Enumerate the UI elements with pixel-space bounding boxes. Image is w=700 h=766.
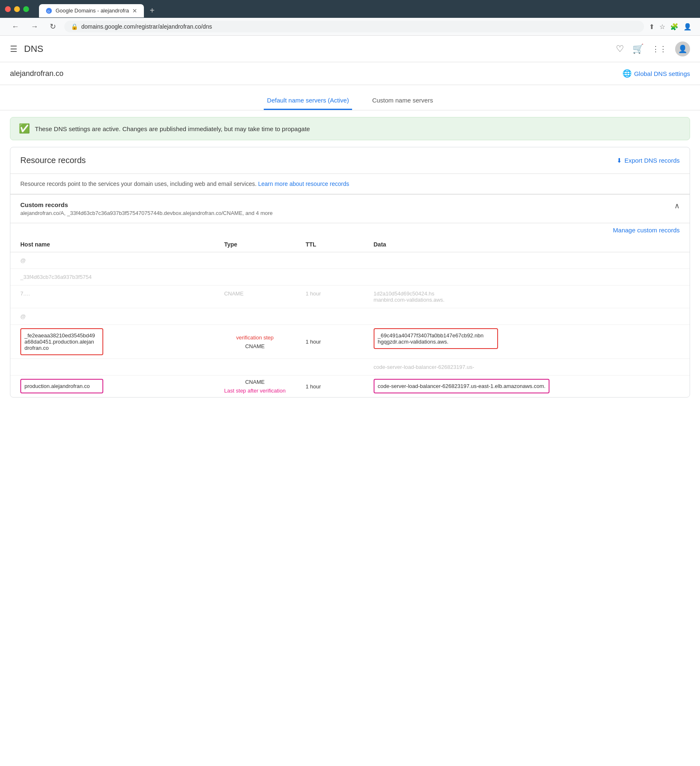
data-value-verification: _69c491a40477f3407fa0bb147e67cb92.nbnhgq…	[378, 332, 484, 345]
share-icon[interactable]: ⬆	[649, 23, 654, 31]
apps-grid-icon[interactable]: ⋮⋮	[652, 44, 667, 54]
custom-records-subtitle: alejandrofran.co/A, _33f4d63cb7c36a937b3…	[20, 210, 273, 216]
col-header-data: Data	[364, 237, 690, 252]
tab-bar: G Google Domains - alejandrofra ✕ +	[34, 0, 159, 18]
hostname-cell-verification: _fe2eaeaa38210ed3545bd49a68da0451.produc…	[10, 325, 214, 359]
learn-more-link[interactable]: Learn more about resource records	[258, 181, 349, 187]
last-step-label: Last step after verification	[224, 388, 286, 394]
type-cell: CNAME	[214, 285, 296, 308]
hostname-cell	[10, 359, 214, 376]
status-banner-text: These DNS settings are active. Changes a…	[35, 125, 310, 132]
type-value-last: CNAME	[245, 379, 265, 385]
hostname-value: _33f4d63cb7c36a937b3f5754	[20, 274, 92, 280]
status-banner: ✅ These DNS settings are active. Changes…	[10, 117, 690, 140]
hostname-value: 7.…	[20, 290, 30, 297]
col-header-type: Type	[214, 237, 296, 252]
type-cell	[214, 269, 296, 285]
type-cell	[214, 308, 296, 325]
ttl-cell	[296, 359, 364, 376]
data-cell: code-server-load-balancer-626823197.us-	[364, 359, 690, 376]
hostname-cell: @	[10, 308, 214, 325]
ttl-cell-last: 1 hour	[296, 376, 364, 398]
data-cell-last: code-server-load-balancer-626823197.us-e…	[364, 376, 690, 398]
app-header: ☰ DNS ♡ 🛒 ⋮⋮ 👤	[0, 36, 700, 62]
header-actions: ♡ 🛒 ⋮⋮ 👤	[616, 41, 690, 56]
svg-text:G: G	[47, 10, 50, 13]
tab-title: Google Domains - alejandrofra	[56, 7, 129, 14]
google-domains-favicon: G	[46, 7, 52, 14]
browser-chrome: G Google Domains - alejandrofra ✕ + ← → …	[0, 0, 700, 36]
table-row: @	[10, 308, 690, 325]
favorites-icon[interactable]: ♡	[616, 44, 624, 54]
address-bar: ← → ↻ 🔒 domains.google.com/registrar/ale…	[0, 18, 700, 36]
hostname-value-verification: _fe2eaeaa38210ed3545bd49a68da0451.produc…	[24, 332, 95, 351]
hostname-value-last: production.alejandrofran.co	[24, 383, 90, 389]
dns-tabs: Default name servers (Active) Custom nam…	[0, 85, 700, 110]
global-dns-settings-link[interactable]: 🌐 Global DNS settings	[622, 69, 690, 78]
table-row: _33f4d63cb7c36a937b3f5754	[10, 269, 690, 285]
manage-link-container: Manage custom records	[10, 223, 690, 237]
lock-icon: 🔒	[71, 23, 78, 30]
data-cell: 1d2a10d54d69c50424.hsmanbird.com-validat…	[364, 285, 690, 308]
maximize-window-button[interactable]	[23, 6, 29, 12]
ttl-cell	[296, 252, 364, 269]
profile-icon[interactable]: 👤	[683, 23, 692, 31]
table-row-verification: _fe2eaeaa38210ed3545bd49a68da0451.produc…	[10, 325, 690, 359]
table-row: @	[10, 252, 690, 269]
verification-label: verification step	[224, 334, 286, 341]
url-display: domains.google.com/registrar/alejandrofr…	[81, 23, 212, 30]
table-row: 7.… CNAME 1 hour 1d2a10d54d69c50424.hsma…	[10, 285, 690, 308]
new-tab-button[interactable]: +	[146, 3, 159, 18]
close-window-button[interactable]	[5, 6, 11, 12]
table-header-row: Host name Type TTL Data	[10, 237, 690, 252]
custom-records-header: Custom records alejandrofran.co/A, _33f4…	[10, 195, 690, 223]
ttl-cell	[296, 269, 364, 285]
tab-close-button[interactable]: ✕	[132, 7, 137, 14]
address-field[interactable]: 🔒 domains.google.com/registrar/alejandro…	[64, 21, 644, 32]
data-cell	[364, 269, 690, 285]
tab-custom-nameservers[interactable]: Custom name servers	[369, 92, 436, 110]
app-title: DNS	[24, 44, 43, 54]
extensions-icon[interactable]: 🧩	[670, 23, 678, 31]
hostname-cell: 7.…	[10, 285, 214, 308]
type-cell	[214, 252, 296, 269]
forward-button[interactable]: →	[27, 21, 41, 33]
col-header-ttl: TTL	[296, 237, 364, 252]
type-cell-verification: verification step CNAME	[214, 325, 296, 359]
tab-default-nameservers[interactable]: Default name servers (Active)	[264, 92, 352, 110]
reload-button[interactable]: ↻	[46, 20, 59, 33]
back-button[interactable]: ←	[8, 21, 22, 33]
ttl-cell	[296, 308, 364, 325]
bookmark-icon[interactable]: ☆	[659, 23, 665, 31]
ttl-cell-verification: 1 hour	[296, 325, 364, 359]
resource-records-card: Resource records ⬇ Export DNS records Re…	[10, 147, 690, 398]
cart-icon[interactable]: 🛒	[632, 44, 644, 54]
hostname-value: @	[20, 257, 26, 263]
card-description: Resource records point to the services y…	[10, 174, 690, 194]
window-controls	[0, 3, 34, 15]
hostname-value: @	[20, 313, 26, 320]
download-icon: ⬇	[617, 157, 622, 164]
domain-bar: alejandrofran.co 🌐 Global DNS settings	[0, 62, 700, 85]
ttl-cell: 1 hour	[296, 285, 364, 308]
manage-custom-records-link[interactable]: Manage custom records	[613, 227, 680, 234]
data-cell	[364, 308, 690, 325]
minimize-window-button[interactable]	[14, 6, 20, 12]
export-dns-records-link[interactable]: ⬇ Export DNS records	[617, 157, 680, 164]
custom-records-title: Custom records	[20, 201, 273, 208]
resource-records-title: Resource records	[20, 156, 86, 165]
col-header-hostname: Host name	[10, 237, 214, 252]
menu-icon[interactable]: ☰	[10, 44, 17, 54]
check-circle-icon: ✅	[19, 123, 30, 134]
type-cell	[214, 359, 296, 376]
collapse-icon[interactable]: ∧	[674, 201, 680, 210]
data-cell-verification: _69c491a40477f3407fa0bb147e67cb92.nbnhgq…	[364, 325, 690, 359]
table-row-last-step: production.alejandrofran.co CNAME Last s…	[10, 376, 690, 398]
user-avatar[interactable]: 👤	[675, 41, 690, 56]
type-value-verification: CNAME	[245, 343, 265, 349]
hostname-cell-last: production.alejandrofran.co	[10, 376, 214, 398]
browser-tab-active[interactable]: G Google Domains - alejandrofra ✕	[39, 4, 144, 17]
type-cell-last: CNAME Last step after verification	[214, 376, 296, 398]
ttl-value-last: 1 hour	[306, 383, 321, 390]
table-row: code-server-load-balancer-626823197.us-	[10, 359, 690, 376]
